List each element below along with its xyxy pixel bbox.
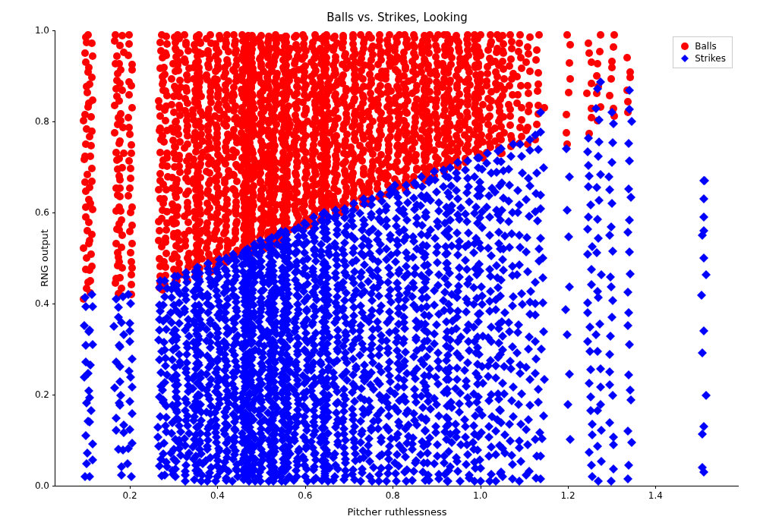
strikes-point — [522, 233, 531, 242]
balls-point — [222, 216, 231, 225]
balls-point — [329, 61, 338, 70]
svg-point-24 — [82, 58, 90, 66]
svg-point-1859 — [462, 145, 469, 153]
strikes-point — [383, 344, 393, 353]
svg-point-798 — [257, 230, 265, 238]
svg-point-1451 — [357, 104, 364, 112]
svg-marker-2371 — [195, 269, 204, 278]
strikes-point — [269, 247, 278, 256]
balls-point — [342, 103, 352, 112]
svg-marker-2202 — [168, 418, 177, 427]
svg-point-1542 — [384, 172, 392, 180]
x-tick-label: 1.0 — [473, 490, 487, 501]
balls-point — [566, 74, 575, 83]
svg-marker-2283 — [180, 307, 189, 316]
svg-point-1263 — [323, 194, 330, 201]
svg-marker-3248 — [320, 414, 330, 423]
svg-marker-3632 — [393, 236, 402, 245]
svg-marker-3569 — [386, 377, 395, 386]
balls-point — [485, 112, 494, 121]
svg-point-498 — [216, 154, 224, 162]
svg-marker-3838 — [442, 413, 451, 422]
balls-point — [256, 159, 265, 168]
svg-marker-3747 — [421, 278, 430, 287]
strikes-point — [267, 257, 276, 266]
strikes-point — [125, 319, 134, 328]
svg-point-181 — [162, 235, 169, 242]
svg-point-156 — [156, 170, 164, 178]
svg-marker-3452 — [355, 326, 364, 335]
svg-marker-2862 — [270, 447, 279, 456]
svg-marker-2983 — [285, 414, 294, 423]
balls-point — [272, 39, 281, 48]
balls-point — [401, 62, 410, 71]
svg-marker-3973 — [461, 165, 470, 175]
strikes-point — [472, 270, 481, 279]
balls-point — [453, 83, 462, 93]
svg-point-746 — [248, 210, 256, 218]
balls-point — [115, 172, 124, 181]
strikes-point — [512, 348, 522, 357]
balls-point — [249, 68, 258, 77]
svg-marker-3039 — [294, 411, 303, 420]
strikes-point — [195, 436, 204, 445]
balls-point — [358, 131, 367, 140]
svg-point-115 — [128, 264, 136, 272]
svg-marker-3206 — [318, 367, 327, 376]
svg-point-1235 — [317, 119, 324, 127]
svg-marker-2331 — [197, 477, 206, 486]
balls-point — [162, 51, 171, 60]
strikes-point — [298, 452, 307, 461]
svg-marker-2950 — [279, 307, 289, 316]
strikes-point — [583, 308, 592, 317]
svg-point-845 — [257, 60, 265, 68]
svg-point-1922 — [478, 88, 485, 96]
strikes-point — [268, 414, 277, 423]
balls-point — [351, 80, 360, 90]
svg-point-1536 — [376, 36, 383, 44]
strikes-point — [282, 266, 291, 275]
strikes-point — [175, 444, 184, 453]
strikes-point — [485, 212, 494, 222]
svg-marker-3620 — [394, 320, 403, 329]
svg-marker-2180 — [159, 395, 168, 405]
balls-point — [319, 61, 328, 71]
svg-point-1633 — [402, 92, 410, 99]
balls-point — [392, 107, 401, 116]
strikes-point — [299, 241, 308, 250]
svg-marker-2467 — [224, 467, 233, 476]
strikes-point — [358, 405, 367, 414]
svg-point-1844 — [453, 81, 461, 89]
strikes-point — [340, 313, 349, 322]
balls-point — [412, 86, 421, 95]
svg-point-215 — [170, 230, 178, 238]
svg-point-420 — [196, 38, 203, 46]
balls-point — [172, 52, 181, 61]
balls-point — [248, 90, 257, 99]
strikes-point — [341, 261, 350, 270]
balls-point — [245, 53, 254, 62]
svg-marker-3479 — [364, 434, 374, 443]
svg-marker-2931 — [279, 395, 288, 404]
svg-point-64 — [115, 203, 123, 211]
svg-point-1991 — [499, 47, 506, 55]
svg-marker-2568 — [239, 471, 248, 480]
strikes-point — [439, 165, 448, 175]
balls-point — [248, 232, 257, 241]
svg-marker-3173 — [308, 267, 317, 276]
svg-marker-3596 — [386, 185, 395, 194]
balls-point — [82, 124, 91, 134]
strikes-point — [241, 246, 250, 255]
svg-marker-4096 — [490, 187, 500, 197]
svg-point-972 — [279, 205, 287, 212]
strikes-point — [317, 247, 326, 256]
svg-marker-2121 — [117, 471, 126, 480]
svg-point-1630 — [402, 108, 409, 115]
svg-marker-3362 — [342, 319, 351, 328]
strikes-point — [161, 361, 170, 370]
balls-point — [194, 48, 203, 57]
svg-marker-2621 — [244, 477, 254, 486]
strikes-point — [473, 219, 482, 228]
balls-point — [182, 87, 191, 96]
strikes-point — [408, 279, 418, 288]
